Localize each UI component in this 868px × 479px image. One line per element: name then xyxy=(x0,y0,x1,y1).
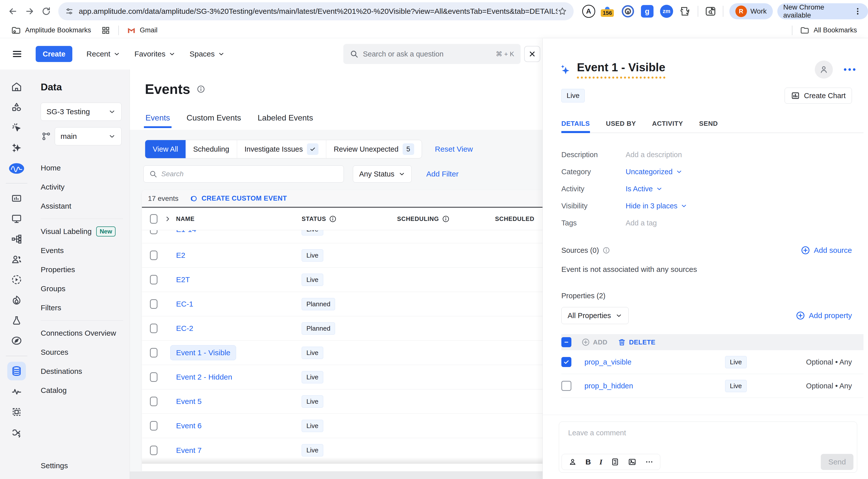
row-checkbox[interactable] xyxy=(150,348,157,357)
global-search-input[interactable]: Search or ask a question ⌘ + K xyxy=(343,44,521,64)
sidebar-item-activity[interactable]: Activity xyxy=(41,178,123,197)
profile-chip[interactable]: R Work xyxy=(730,3,773,19)
create-custom-event-link[interactable]: CREATE CUSTOM EVENT xyxy=(189,194,287,203)
tab-search-icon[interactable] xyxy=(705,5,716,17)
frame-select-icon[interactable] xyxy=(10,406,23,418)
forward-icon[interactable] xyxy=(21,2,38,20)
scheduling-tab[interactable]: Scheduling xyxy=(186,140,237,158)
row-checkbox[interactable] xyxy=(150,446,157,455)
template-icon[interactable] xyxy=(611,458,619,466)
tab-events[interactable]: Events xyxy=(146,113,170,128)
sidebar-item-assistant[interactable]: Assistant xyxy=(41,197,123,216)
sidebar-item-catalog[interactable]: Catalog xyxy=(41,381,123,400)
bookmark-gmail[interactable]: Gmail xyxy=(127,26,158,35)
investigate-issues-tab[interactable]: Investigate Issues xyxy=(237,140,326,158)
select-all-checkbox[interactable] xyxy=(150,214,157,224)
review-unexpected-tab[interactable]: Review Unexpected 5 xyxy=(326,140,422,158)
row-checkbox[interactable] xyxy=(150,275,157,284)
table-row-selected[interactable]: Event 1 - Visible Live xyxy=(142,341,542,365)
table-row[interactable]: E1-14 Live xyxy=(142,230,542,243)
bulk-select-checkbox[interactable] xyxy=(561,337,571,347)
panel-tab-send[interactable]: SEND xyxy=(699,120,718,133)
property-name-link[interactable]: prop_b_hidden xyxy=(584,382,725,390)
sidebar-item-filters[interactable]: Filters xyxy=(41,298,123,317)
bookmark-star-icon[interactable] xyxy=(558,6,567,16)
column-scheduled[interactable]: SCHEDULED xyxy=(495,215,534,222)
dashboard-chart-icon[interactable] xyxy=(10,192,23,204)
click-cursor-icon[interactable] xyxy=(10,121,23,134)
extension-a-icon[interactable]: A xyxy=(582,5,595,18)
sidebar-item-visual-labeling[interactable]: Visual Labeling New xyxy=(41,222,123,241)
mention-person-icon[interactable] xyxy=(568,458,577,466)
row-checkbox[interactable] xyxy=(150,421,157,430)
event-name-link[interactable]: Event 5 xyxy=(176,397,202,406)
table-row[interactable]: Event 2 - Hidden Live xyxy=(142,365,542,389)
tags-placeholder[interactable]: Add a tag xyxy=(626,219,657,227)
sidebar-item-settings[interactable]: Settings xyxy=(41,461,68,470)
panel-tab-activity[interactable]: ACTIVITY xyxy=(652,120,683,133)
table-row[interactable]: EC-1 Planned xyxy=(142,292,542,316)
category-dropdown[interactable]: Uncategorized xyxy=(626,168,683,176)
journeys-icon[interactable] xyxy=(10,426,23,439)
table-row[interactable]: Event 5 Live xyxy=(142,389,542,414)
heatmap-flame-icon[interactable] xyxy=(10,294,23,306)
project-selector[interactable]: SG-3 Testing xyxy=(41,103,122,121)
sidebar-item-destinations[interactable]: Destinations xyxy=(41,362,123,381)
sidebar-item-home[interactable]: Home xyxy=(41,158,123,178)
row-checkbox[interactable] xyxy=(150,372,157,382)
column-name[interactable]: NAME xyxy=(176,215,195,222)
all-bookmarks[interactable]: All Bookmarks xyxy=(800,26,857,35)
properties-filter-dropdown[interactable]: All Properties xyxy=(561,307,629,324)
row-checkbox[interactable] xyxy=(150,324,157,333)
close-search-button[interactable] xyxy=(524,46,540,62)
monitor-icon[interactable] xyxy=(10,213,23,225)
bookmark-folder-amplitude[interactable]: Amplitude Bookmarks xyxy=(11,25,91,35)
comment-composer[interactable]: Leave a comment B I Send xyxy=(559,421,857,473)
event-name-link[interactable]: Event 7 xyxy=(176,446,202,455)
sparkle-icon[interactable] xyxy=(559,63,571,76)
event-name-link[interactable]: EC-2 xyxy=(176,324,193,332)
property-name-link[interactable]: prop_a_visible xyxy=(584,358,725,366)
chrome-update-pill[interactable]: New Chrome available xyxy=(777,3,868,19)
reload-icon[interactable] xyxy=(38,2,55,20)
apps-grid-icon[interactable] xyxy=(101,26,110,35)
password-extension-icon[interactable] xyxy=(621,5,634,18)
add-source-button[interactable]: Add source xyxy=(801,246,852,255)
discover-compass-icon[interactable] xyxy=(10,334,23,347)
tab-labeled-events[interactable]: Labeled Events xyxy=(258,113,313,128)
panel-tab-details[interactable]: DETAILS xyxy=(561,120,590,133)
sidebar-item-connections-overview[interactable]: Connections Overview xyxy=(41,324,123,343)
create-button[interactable]: Create xyxy=(36,46,72,62)
column-status[interactable]: STATUS xyxy=(302,215,326,222)
tab-custom-events[interactable]: Custom Events xyxy=(187,113,241,128)
info-icon[interactable] xyxy=(442,215,450,223)
column-scheduling[interactable]: SCHEDULING xyxy=(397,215,439,222)
property-checkbox-checked[interactable] xyxy=(561,357,571,367)
event-name-link[interactable]: E2 xyxy=(176,251,185,260)
bold-icon[interactable]: B xyxy=(585,458,591,466)
adblock-extension-icon[interactable]: 156 xyxy=(602,5,615,18)
description-placeholder[interactable]: Add a description xyxy=(626,151,682,159)
sidebar-item-sources[interactable]: Sources xyxy=(41,343,123,362)
shapes-icon[interactable] xyxy=(10,101,23,114)
status-filter-dropdown[interactable]: Any Status xyxy=(353,165,412,183)
info-icon[interactable] xyxy=(602,247,610,254)
panel-title[interactable]: Event 1 - Visible xyxy=(577,61,665,78)
property-row[interactable]: prop_b_hidden Live Optional • Any xyxy=(561,374,864,398)
amplitude-logo-icon[interactable] xyxy=(8,162,25,175)
property-checkbox[interactable] xyxy=(561,381,571,391)
more-tools-icon[interactable] xyxy=(645,458,653,466)
add-filter-link[interactable]: Add Filter xyxy=(426,170,458,178)
add-property-button[interactable]: Add property xyxy=(796,311,852,320)
menu-recent[interactable]: Recent xyxy=(86,50,120,58)
site-info-icon[interactable] xyxy=(65,7,74,16)
experiment-flask-icon[interactable] xyxy=(10,314,23,327)
view-all-tab[interactable]: View All xyxy=(145,140,186,158)
sidebar-item-groups[interactable]: Groups xyxy=(41,279,123,298)
activity-dropdown[interactable]: Is Active xyxy=(626,185,663,193)
data-section-active[interactable] xyxy=(7,362,26,380)
row-checkbox[interactable] xyxy=(150,230,157,234)
row-checkbox[interactable] xyxy=(150,251,157,260)
signals-pulse-icon[interactable] xyxy=(10,385,23,398)
url-bar[interactable]: app.amplitude.com/data/amplitude/SG-3%20… xyxy=(58,2,574,20)
